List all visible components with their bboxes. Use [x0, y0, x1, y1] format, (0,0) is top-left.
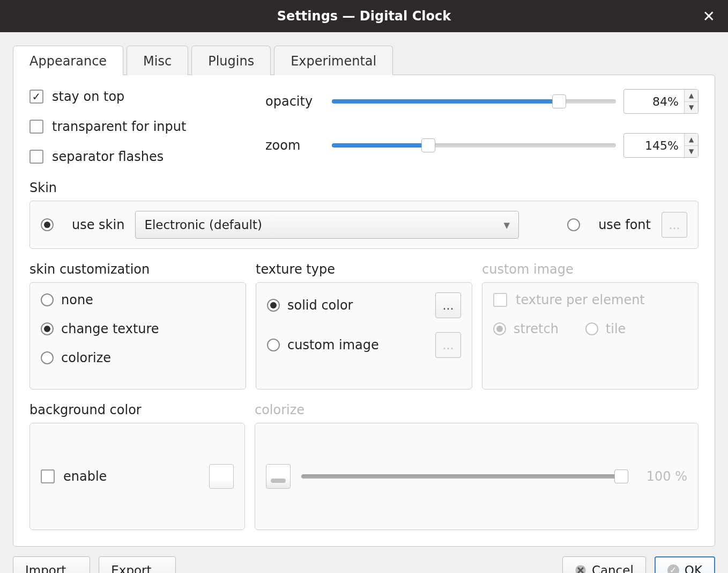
slider-column: opacity 84% ▲ ▼ zoom	[265, 89, 699, 158]
skin-dropdown-value: Electronic (default)	[144, 218, 262, 232]
opacity-slider-thumb[interactable]	[552, 94, 566, 108]
skin-section-label: Skin	[29, 180, 699, 195]
opacity-label: opacity	[265, 94, 324, 109]
close-icon[interactable]: ✕	[703, 8, 715, 25]
tab-panel-appearance: stay on top transparent for input separa…	[13, 75, 715, 547]
button-bar: Import... Export... Cancel OK	[13, 556, 715, 573]
ok-button[interactable]: OK	[655, 556, 715, 573]
texture-custom-image-label: custom image	[287, 337, 379, 352]
content-area: Appearance Misc Plugins Experimental sta…	[0, 32, 728, 573]
opacity-spin-down[interactable]: ▼	[685, 102, 698, 114]
stay-on-top-label: stay on top	[52, 89, 124, 104]
texture-type-groupbox: solid color ... custom image ...	[256, 282, 472, 390]
custom-image-picker-button: ...	[435, 332, 461, 358]
opacity-spin-up[interactable]: ▲	[685, 90, 698, 102]
colorize-slider-thumb	[614, 469, 628, 483]
zoom-spinbox[interactable]: 145% ▲ ▼	[623, 133, 699, 158]
zoom-value[interactable]: 145%	[624, 134, 684, 157]
colorize-pct-label: 100 %	[639, 469, 687, 484]
tab-bar: Appearance Misc Plugins Experimental	[13, 45, 715, 75]
custom-image-tile-radio	[585, 322, 598, 335]
custom-image-tile-label: tile	[606, 321, 626, 336]
bg-enable-checkbox[interactable]	[41, 469, 55, 483]
skin-cust-change-texture-radio[interactable]	[41, 322, 54, 335]
window-title: Settings — Digital Clock	[277, 9, 451, 24]
custom-image-section-label: custom image	[482, 262, 699, 277]
transparent-for-input-label: transparent for input	[52, 119, 186, 134]
use-skin-label: use skin	[72, 217, 124, 232]
skin-cust-colorize-label: colorize	[61, 350, 111, 365]
skin-cust-none-radio[interactable]	[41, 293, 54, 306]
stay-on-top-checkbox[interactable]	[29, 90, 43, 104]
skin-customization-groupbox: none change texture colorize	[29, 282, 246, 390]
skin-cust-colorize-radio[interactable]	[41, 351, 54, 364]
cancel-button-label: Cancel	[592, 563, 634, 573]
bg-color-swatch[interactable]	[209, 464, 234, 489]
background-color-section-label: background color	[29, 402, 245, 417]
colorize-section-label: colorize	[255, 402, 699, 417]
cancel-icon	[575, 564, 586, 573]
colorize-slider	[301, 474, 628, 479]
font-picker-button[interactable]: ...	[662, 212, 687, 238]
tab-misc[interactable]: Misc	[127, 46, 188, 75]
custom-image-groupbox: texture per element stretch tile	[482, 282, 699, 390]
tab-plugins[interactable]: Plugins	[191, 46, 271, 75]
skin-cust-none-label: none	[61, 292, 93, 307]
tab-experimental[interactable]: Experimental	[274, 46, 393, 75]
skin-dropdown[interactable]: Electronic (default) ▾	[135, 211, 519, 239]
transparent-for-input-checkbox[interactable]	[29, 120, 43, 134]
use-font-label: use font	[598, 217, 651, 232]
background-color-groupbox: enable	[29, 423, 245, 530]
bg-enable-label: enable	[63, 469, 107, 484]
opacity-spinbox[interactable]: 84% ▲ ▼	[623, 89, 699, 114]
separator-flashes-label: separator flashes	[52, 149, 164, 164]
texture-solid-color-radio[interactable]	[267, 299, 280, 312]
use-font-radio[interactable]	[567, 218, 580, 231]
zoom-slider[interactable]	[332, 143, 616, 148]
opacity-value[interactable]: 84%	[624, 90, 684, 113]
ok-button-label: OK	[685, 563, 702, 573]
texture-type-label: texture type	[256, 262, 472, 277]
texture-solid-color-label: solid color	[287, 298, 353, 313]
texture-per-element-checkbox	[493, 293, 507, 307]
cancel-button[interactable]: Cancel	[562, 556, 646, 573]
colorize-groupbox: 100 %	[255, 423, 699, 530]
import-button[interactable]: Import...	[13, 556, 90, 573]
export-button[interactable]: Export...	[99, 556, 175, 573]
zoom-label: zoom	[265, 138, 324, 153]
texture-custom-image-radio[interactable]	[267, 339, 280, 351]
zoom-slider-thumb[interactable]	[421, 138, 435, 152]
use-skin-radio[interactable]	[41, 218, 54, 231]
opacity-slider[interactable]	[332, 99, 616, 104]
texture-per-element-label: texture per element	[516, 292, 645, 307]
custom-image-stretch-label: stretch	[514, 321, 559, 336]
window-options: stay on top transparent for input separa…	[29, 89, 255, 164]
skin-groupbox: use skin Electronic (default) ▾ use font…	[29, 201, 699, 249]
chevron-down-icon: ▾	[504, 218, 510, 232]
zoom-spin-up[interactable]: ▲	[685, 134, 698, 146]
custom-image-stretch-radio	[493, 322, 506, 335]
zoom-spin-down[interactable]: ▼	[685, 146, 698, 158]
titlebar: Settings — Digital Clock ✕	[0, 0, 728, 32]
tab-appearance[interactable]: Appearance	[13, 46, 123, 75]
skin-customization-label: skin customization	[29, 262, 246, 277]
colorize-swatch	[266, 464, 291, 489]
skin-cust-change-texture-label: change texture	[61, 321, 159, 336]
separator-flashes-checkbox[interactable]	[29, 150, 43, 164]
solid-color-picker-button[interactable]: ...	[435, 292, 461, 318]
ok-icon	[667, 564, 679, 573]
